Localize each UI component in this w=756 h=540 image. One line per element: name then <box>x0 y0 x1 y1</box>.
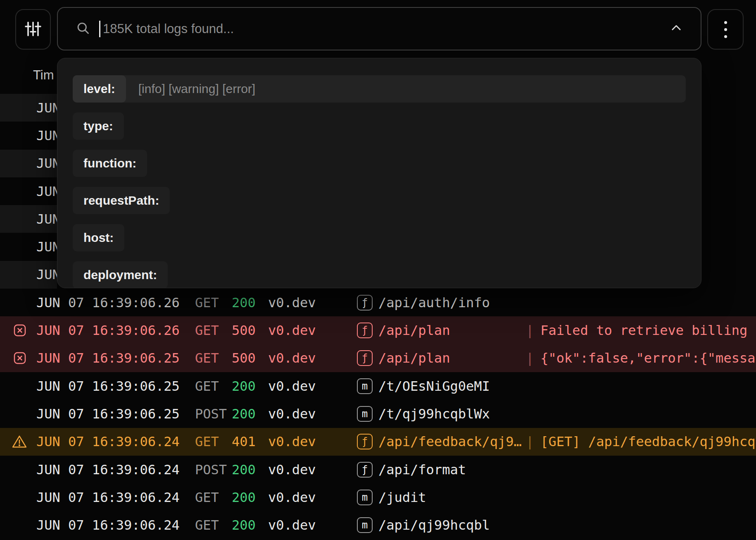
suggestion-level-hint: [info] [warning] [error] <box>138 82 255 96</box>
log-row[interactable]: JUN 07 16:39:06.24 GET 401 v0.dev ƒ /api… <box>0 428 756 456</box>
error-icon <box>12 351 27 366</box>
log-host: v0.dev <box>268 434 357 449</box>
log-method: GET <box>195 490 232 505</box>
filter-suggestions-dropdown: level: [info] [warning] [error] type: fu… <box>57 58 701 288</box>
function-icon: ƒ <box>357 295 373 311</box>
suggestion-level-label: level: <box>73 75 126 103</box>
log-timestamp: JUN 07 16:39:06.26 <box>36 323 195 338</box>
row-level-icon-slot <box>0 434 36 449</box>
log-host: v0.dev <box>268 517 357 533</box>
log-path: /t/OEsNiGg0eMI <box>378 378 526 394</box>
log-status: 401 <box>232 434 268 449</box>
log-status: 200 <box>232 406 268 422</box>
log-status: 500 <box>232 323 268 338</box>
message-separator: | <box>526 350 534 366</box>
suggestions-list: level: [info] [warning] [error] type: fu… <box>57 58 701 288</box>
middleware-icon: m <box>357 517 373 533</box>
log-host: v0.dev <box>268 350 357 366</box>
search-bar <box>57 7 701 50</box>
search-icon <box>76 21 90 37</box>
log-timestamp: JUN 07 16:39:06.24 <box>36 517 195 533</box>
log-method: GET <box>195 434 232 449</box>
log-method: GET <box>195 323 232 338</box>
log-path: /t/qj99hcqblWx <box>378 406 526 422</box>
log-status: 200 <box>232 378 268 394</box>
log-path: /api/auth/info <box>378 295 526 311</box>
log-path: /api/format <box>378 462 526 478</box>
log-timestamp: JUN 07 16:39:06.24 <box>36 462 195 478</box>
suggestion-type[interactable]: type: <box>73 112 124 140</box>
log-message: {"ok":false,"error":{"messa <box>540 350 756 366</box>
column-header-timestamp: Tim <box>33 68 54 83</box>
log-host: v0.dev <box>268 462 357 478</box>
suggestion-function[interactable]: function: <box>73 150 147 177</box>
log-method: GET <box>195 378 232 394</box>
log-path: /api/feedback/qj9… <box>378 434 526 449</box>
function-icon: ƒ <box>357 323 373 338</box>
suggestion-deployment[interactable]: deployment: <box>73 261 168 288</box>
log-status: 200 <box>232 490 268 505</box>
log-status: 500 <box>232 350 268 366</box>
log-timestamp: JUN 07 16:39:06.26 <box>36 295 195 311</box>
log-row[interactable]: JUN 07 16:39:06.24 GET 200 v0.dev m /api… <box>0 511 756 539</box>
text-cursor <box>99 21 100 37</box>
log-host: v0.dev <box>268 378 357 394</box>
log-path: /api/plan <box>378 323 526 338</box>
log-row[interactable]: JUN 07 16:39:06.25 GET 500 v0.dev ƒ /api… <box>0 344 756 372</box>
log-host: v0.dev <box>268 323 357 338</box>
log-row[interactable]: JUN 07 16:39:06.26 GET 200 v0.dev ƒ /api… <box>0 289 756 316</box>
suggestion-request-path[interactable]: requestPath: <box>73 187 170 214</box>
function-icon: ƒ <box>357 462 373 478</box>
log-status: 200 <box>232 295 268 311</box>
log-row[interactable]: JUN 07 16:39:06.24 POST 200 v0.dev ƒ /ap… <box>0 456 756 483</box>
log-method: POST <box>195 406 232 422</box>
message-separator: | <box>526 434 534 449</box>
log-timestamp: JUN 07 16:39:06.24 <box>36 434 195 449</box>
collapse-suggestions-button[interactable] <box>662 14 691 43</box>
middleware-icon: m <box>357 406 373 422</box>
warning-icon <box>12 434 27 449</box>
middleware-icon: m <box>357 378 373 394</box>
log-timestamp: JUN 07 16:39:06.25 <box>36 378 195 394</box>
function-icon: ƒ <box>357 434 373 449</box>
log-host: v0.dev <box>268 490 357 505</box>
log-timestamp: JUN 07 16:39:06.25 <box>36 350 195 366</box>
log-method: POST <box>195 462 232 478</box>
log-message: Failed to retrieve billing <box>540 323 756 338</box>
suggestion-level[interactable]: level: [info] [warning] [error] <box>73 75 686 103</box>
kebab-menu-icon <box>724 21 727 38</box>
log-row[interactable]: JUN 07 16:39:06.26 GET 500 v0.dev ƒ /api… <box>0 316 756 344</box>
suggestion-host[interactable]: host: <box>73 224 124 251</box>
error-icon <box>12 323 27 338</box>
log-path: /judit <box>378 490 526 505</box>
log-status: 200 <box>232 517 268 533</box>
log-method: GET <box>195 295 232 311</box>
log-row[interactable]: JUN 07 16:39:06.25 POST 200 v0.dev m /t/… <box>0 400 756 428</box>
filters-button[interactable] <box>15 9 51 50</box>
row-level-icon-slot <box>0 323 36 338</box>
logs-screen: Tim JUNJUNJUNJUNJUNJUNJUN JUN 07 16:39:0… <box>0 0 756 540</box>
row-level-icon-slot <box>0 351 36 366</box>
search-input[interactable] <box>103 22 662 36</box>
log-row[interactable]: JUN 07 16:39:06.25 GET 200 v0.dev m /t/O… <box>0 372 756 400</box>
chevron-up-icon <box>670 22 683 36</box>
log-row[interactable]: JUN 07 16:39:06.24 GET 200 v0.dev m /jud… <box>0 483 756 511</box>
log-timestamp: JUN 07 16:39:06.25 <box>36 406 195 422</box>
function-icon: ƒ <box>357 350 373 366</box>
filter-sliders-icon <box>24 20 42 39</box>
log-message: [GET] /api/feedback/qj99hcq <box>540 434 756 449</box>
message-separator: | <box>526 323 534 338</box>
more-options-button[interactable] <box>707 9 744 50</box>
log-path: /api/plan <box>378 350 526 366</box>
log-host: v0.dev <box>268 406 357 422</box>
log-host: v0.dev <box>268 295 357 311</box>
log-method: GET <box>195 350 232 366</box>
log-method: GET <box>195 517 232 533</box>
middleware-icon: m <box>357 490 373 505</box>
log-timestamp: JUN 07 16:39:06.24 <box>36 490 195 505</box>
log-path: /api/qj99hcqbl <box>378 517 526 533</box>
log-status: 200 <box>232 462 268 478</box>
